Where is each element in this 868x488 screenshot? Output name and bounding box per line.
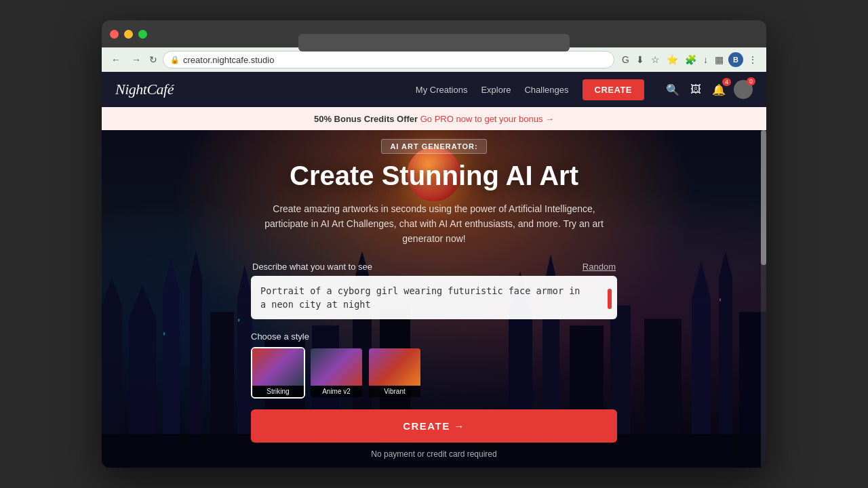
promo-link[interactable]: Go PRO now to get your bonus →	[420, 114, 554, 124]
nav-actions: G ⬇ ☆ ⭐ 🧩 ↓ ▦ B ⋮	[620, 52, 760, 67]
random-link[interactable]: Random	[583, 262, 616, 272]
close-button[interactable]	[110, 30, 119, 39]
url-text: creator.nightcafe.studio	[183, 55, 274, 65]
style-image-anime	[311, 348, 362, 386]
download-icon[interactable]: ↓	[701, 52, 710, 67]
scrollbar-thumb[interactable]	[761, 130, 766, 265]
svg-marker-3	[129, 285, 156, 319]
prompt-input[interactable]	[251, 276, 617, 320]
svg-marker-24	[692, 261, 711, 298]
hero-subtitle: Create amazing artworks in seconds using…	[251, 201, 617, 247]
site-logo[interactable]: NightCafé	[115, 81, 174, 98]
profile-badge: 0	[747, 77, 755, 85]
promo-bar: 50% Bonus Credits Offer Go PRO now to ge…	[102, 107, 766, 130]
style-card-vibrant[interactable]: Vibrant	[368, 347, 422, 399]
scrollbar[interactable]	[761, 130, 766, 468]
extension-icon[interactable]: 🧩	[683, 52, 698, 67]
star-icon[interactable]: ⭐	[665, 52, 680, 67]
lock-icon: 🔒	[170, 56, 180, 64]
google-search-icon[interactable]: G	[620, 52, 631, 67]
image-search-icon[interactable]: 🖼	[688, 81, 704, 98]
svg-marker-26	[719, 251, 732, 278]
nav-my-creations[interactable]: My Creations	[416, 85, 468, 95]
style-image-striking	[252, 348, 304, 386]
profile-avatar[interactable]: B	[728, 52, 743, 67]
browser-window: ← → ↻ 🔒 creator.nightcafe.studio G ⬇ ☆ ⭐…	[102, 20, 766, 468]
search-icon[interactable]: 🔍	[663, 81, 682, 99]
prompt-input-wrapper	[251, 276, 617, 323]
svg-marker-5	[163, 258, 180, 291]
back-button[interactable]: ←	[108, 53, 123, 66]
style-label: Choose a style	[251, 331, 617, 342]
style-image-vibrant	[369, 348, 420, 386]
create-action-button[interactable]: CREATE →	[251, 409, 617, 443]
input-drag-handle[interactable]	[608, 289, 612, 309]
describe-label: Describe what you want to see	[252, 262, 372, 272]
svg-rect-29	[163, 332, 165, 335]
no-payment-text: No payment or credit card required	[251, 449, 617, 459]
svg-marker-1	[102, 278, 122, 305]
hero-content: AI ART GENERATOR: Create Stunning AI Art…	[237, 139, 631, 460]
hero-title: Create Stunning AI Art	[251, 161, 617, 190]
forward-button[interactable]: →	[129, 53, 144, 66]
hero-section: AI ART GENERATOR: Create Stunning AI Art…	[102, 130, 766, 468]
bookmark-icon[interactable]: ☆	[649, 52, 662, 67]
reload-button[interactable]: ↻	[149, 54, 157, 65]
svg-marker-7	[190, 251, 202, 278]
sidebar-icon[interactable]: ▦	[713, 52, 726, 67]
style-grid: Striking Anime v2 Vibrant	[251, 347, 617, 399]
notification-count: 4	[722, 78, 731, 86]
site-header: NightCafé My Creations Explore Challenge…	[102, 72, 766, 107]
style-label-vibrant: Vibrant	[369, 386, 420, 397]
site-header-icons: 🔍 🖼 🔔 4 0	[663, 80, 753, 99]
minimize-button[interactable]	[124, 30, 133, 39]
site-nav: My Creations Explore Challenges CREATE	[416, 79, 644, 100]
download-page-icon[interactable]: ⬇	[634, 52, 646, 67]
url-bar-title	[298, 34, 570, 52]
describe-label-row: Describe what you want to see Random	[251, 262, 617, 272]
svg-rect-32	[719, 298, 721, 301]
style-card-anime[interactable]: Anime v2	[309, 347, 363, 399]
header-create-button[interactable]: CREATE	[583, 79, 644, 100]
nav-challenges[interactable]: Challenges	[524, 85, 568, 95]
title-bar	[102, 20, 766, 47]
hero-badge: AI ART GENERATOR:	[381, 139, 486, 154]
style-label-anime: Anime v2	[311, 386, 362, 397]
style-label-striking: Striking	[252, 386, 304, 397]
address-bar[interactable]: 🔒 creator.nightcafe.studio	[163, 51, 614, 68]
maximize-button[interactable]	[138, 30, 147, 39]
promo-text: 50% Bonus Credits Offer	[314, 114, 418, 124]
menu-icon[interactable]: ⋮	[746, 52, 760, 67]
nav-explore[interactable]: Explore	[481, 85, 511, 95]
style-card-striking[interactable]: Striking	[251, 347, 305, 399]
